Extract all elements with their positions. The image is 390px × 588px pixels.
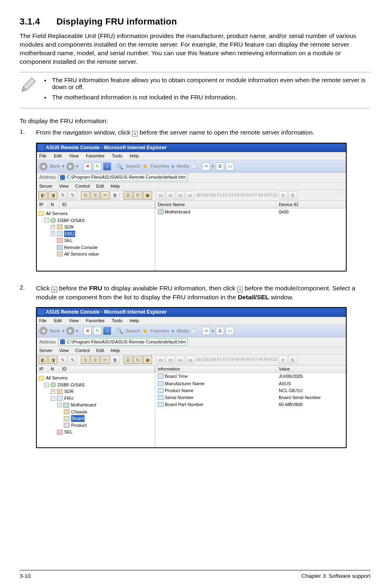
toolbar-button[interactable]: ▭ (176, 191, 185, 200)
tree-node-root[interactable]: All Servers (38, 210, 153, 217)
menu-item[interactable]: Help (129, 318, 140, 324)
search-icon[interactable]: 🔍 (116, 163, 123, 170)
media-icon[interactable]: ● (172, 164, 175, 169)
menu-item[interactable]: Favorites (85, 153, 105, 159)
menu-item[interactable]: Favorites (85, 318, 105, 324)
toolbar-button[interactable]: 🗑 (110, 191, 119, 200)
toolbar-button[interactable]: ⎘ (289, 191, 298, 200)
tree-node-root[interactable]: All Servers (38, 375, 153, 382)
media-icon[interactable]: ● (172, 328, 175, 334)
toolbar-button[interactable]: ▭ (166, 191, 175, 200)
toolbar-button[interactable]: ✂ (101, 356, 110, 364)
menu-item[interactable]: Control (75, 348, 90, 353)
toolbar-button[interactable]: ⎘ (91, 356, 100, 364)
toolbar-button[interactable]: ⎘ (133, 356, 142, 364)
toolbar-button[interactable]: ✎ (58, 356, 67, 364)
grid-row[interactable]: Board TimeJUl/06/2005 (155, 373, 346, 380)
tree-node-server[interactable]: DSBF-D/SAS (44, 382, 153, 388)
collapse-icon[interactable] (44, 218, 49, 222)
tree-node-fru[interactable]: FRU (51, 395, 153, 402)
menu-item[interactable]: Edit (53, 153, 63, 159)
toolbar-button[interactable]: ⎋ (279, 191, 288, 200)
refresh-icon[interactable]: ↻ (93, 327, 101, 335)
menu-item[interactable]: Tools (111, 153, 123, 159)
tree-node-sel[interactable]: SEL (51, 237, 153, 244)
tree-node-sel[interactable]: SEL (51, 429, 153, 435)
toolbar-button[interactable]: ◨ (48, 191, 57, 200)
toolbar-button[interactable]: ⎘ (81, 191, 90, 200)
toolbar-button[interactable]: ✎ (68, 356, 77, 364)
back-button[interactable]: ◄ (39, 327, 47, 335)
search-icon[interactable]: 🔍 (116, 328, 123, 334)
toolbar-button[interactable]: ⎘ (289, 356, 298, 364)
back-button[interactable]: ◄ (39, 162, 47, 171)
toolbar-button[interactable]: ☰ (123, 356, 132, 364)
menu-item[interactable]: View (68, 153, 80, 159)
forward-button[interactable]: ► (66, 162, 74, 171)
menu-item[interactable]: Help (129, 153, 140, 159)
menu-item[interactable]: View (68, 318, 80, 324)
tree-node-sdr[interactable]: SDR (51, 224, 153, 231)
history-icon[interactable]: 🕑 (191, 328, 197, 334)
tree-node-chassis[interactable]: Chassis (64, 408, 153, 415)
toolbar-button[interactable]: ⎋ (279, 356, 288, 364)
toolbar-button[interactable]: ⎘ (81, 356, 90, 364)
toolbar-button[interactable]: 🗑 (110, 356, 119, 364)
edit-icon[interactable]: ▭ (226, 327, 234, 335)
toolbar-button[interactable]: ▭ (186, 191, 195, 200)
home-icon[interactable]: ⌂ (103, 162, 111, 171)
favorites-icon[interactable]: ★ (142, 162, 148, 170)
collapse-icon[interactable] (51, 396, 55, 401)
menu-item[interactable]: Control (75, 184, 90, 189)
menu-item[interactable]: View (59, 348, 69, 353)
edit-icon[interactable]: ▭ (226, 162, 234, 171)
expand-icon[interactable] (51, 389, 55, 394)
menu-item[interactable]: File (38, 153, 47, 159)
print-icon[interactable]: 🖶 (216, 327, 224, 335)
toolbar-button[interactable]: ☰ (123, 191, 132, 200)
tree-node-server[interactable]: DSBF-D/SAS (44, 217, 153, 224)
toolbar-button[interactable]: ✎ (58, 191, 67, 200)
tree-node-sdr[interactable]: SDR (51, 388, 153, 395)
address-input[interactable]: C:\Program Files\ASUS\ASUS Remote Consol… (58, 174, 188, 181)
grid-row[interactable]: Board Part Number60-MBV800 (155, 401, 346, 408)
grid-row[interactable]: Serial NumberBoard Serial Number (155, 394, 346, 401)
toolbar-button[interactable]: ◨ (48, 356, 57, 364)
toolbar-button[interactable]: ⎘ (133, 191, 142, 200)
menu-item[interactable]: Edit (53, 318, 63, 324)
tree-node-sensors[interactable]: All Sensors value (51, 251, 153, 258)
toolbar-button[interactable]: ◧ (38, 191, 47, 200)
toolbar-button[interactable]: ▣ (143, 356, 152, 364)
menu-item[interactable]: View (59, 184, 69, 189)
tree-node-board[interactable]: Board (64, 415, 153, 422)
expand-icon[interactable] (51, 231, 55, 236)
menu-item[interactable]: Server (39, 348, 52, 353)
grid-row[interactable]: Manufacturer NameASUS (155, 380, 346, 387)
menu-item[interactable]: Edit (96, 184, 104, 189)
toolbar-button[interactable]: ▭ (186, 356, 195, 364)
history-icon[interactable]: 🕑 (191, 164, 197, 169)
grid-row[interactable]: Product NameNCL-DE/1U (155, 387, 346, 394)
tree-node-fru[interactable]: FRU (51, 231, 153, 238)
toolbar-button[interactable]: ▭ (156, 356, 165, 364)
print-icon[interactable]: 🖶 (216, 162, 224, 171)
refresh-icon[interactable]: ↻ (93, 162, 101, 171)
collapse-icon[interactable] (44, 383, 49, 387)
tree-node-remote[interactable]: Remote Console (51, 244, 153, 251)
menu-item[interactable]: Edit (96, 348, 104, 353)
forward-button[interactable]: ► (66, 327, 74, 335)
toolbar-button[interactable]: ⎘ (91, 191, 100, 200)
expand-icon[interactable] (51, 225, 55, 229)
mail-icon[interactable]: ✉ (202, 162, 210, 171)
menu-item[interactable]: Tools (111, 318, 123, 324)
tree-node-product[interactable]: Product (64, 422, 153, 429)
stop-icon[interactable]: ✕ (83, 327, 92, 335)
collapse-icon[interactable] (57, 403, 62, 407)
menu-item[interactable]: Help (111, 348, 120, 353)
toolbar-button[interactable]: ✎ (68, 191, 77, 200)
menu-item[interactable]: Help (111, 184, 120, 189)
toolbar-button[interactable]: ▭ (166, 356, 175, 364)
mail-icon[interactable]: ✉ (202, 327, 210, 335)
menu-item[interactable]: Server (39, 184, 52, 189)
home-icon[interactable]: ⌂ (103, 327, 111, 335)
